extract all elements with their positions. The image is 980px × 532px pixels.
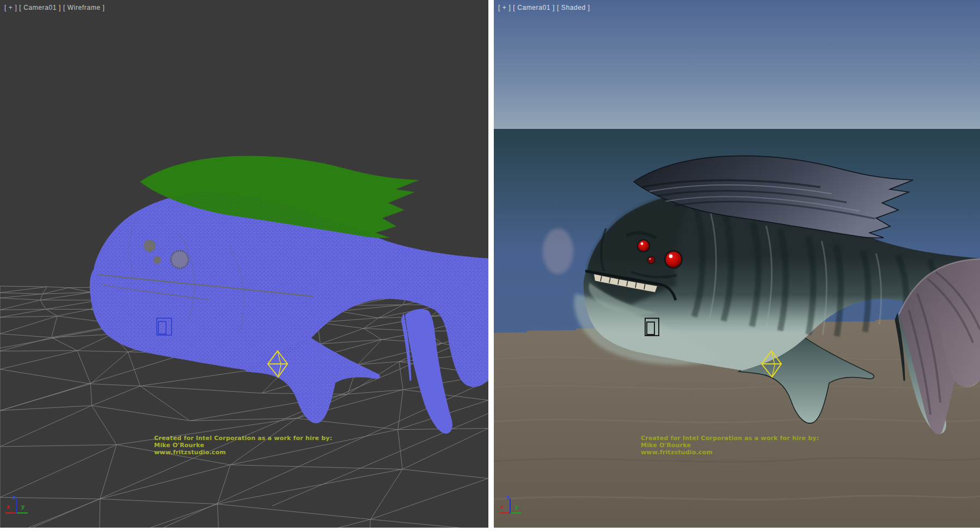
window-edge xyxy=(0,528,980,532)
general-viewport-menu[interactable]: [ + ] xyxy=(498,4,511,11)
viewport-wireframe[interactable]: [ + ][ Camera01 ][ Wireframe ] Created f… xyxy=(0,0,488,528)
axis-y-label: y xyxy=(515,504,518,510)
attribution-line-1: Created for Intel Corporation as a work … xyxy=(641,435,819,442)
viewport-shaded[interactable]: [ + ][ Camera01 ][ Shaded ] Created for … xyxy=(494,0,980,528)
axis-tripod: x y z xyxy=(499,497,531,516)
axis-z-label: z xyxy=(13,494,16,500)
point-of-view-menu[interactable]: [ Camera01 ] xyxy=(513,4,555,11)
attribution-line-2: Mike O'Rourke xyxy=(641,442,819,449)
viewport-splitter[interactable] xyxy=(488,0,494,528)
axis-x-arm xyxy=(5,512,16,514)
shading-menu[interactable]: [ Shaded ] xyxy=(557,4,590,11)
sky xyxy=(494,0,980,129)
brow-patch xyxy=(543,228,573,274)
viewport-label-right: [ + ][ Camera01 ][ Shaded ] xyxy=(498,4,592,11)
axis-y-arm xyxy=(510,512,522,514)
attribution-line-2: Mike O'Rourke xyxy=(154,442,332,449)
shading-menu[interactable]: [ Wireframe ] xyxy=(63,4,105,11)
viewport-label-left: [ + ][ Camera01 ][ Wireframe ] xyxy=(4,4,107,11)
axis-x-label: x xyxy=(500,504,504,510)
max-split-viewports: [ + ][ Camera01 ][ Wireframe ] Created f… xyxy=(0,0,980,532)
general-viewport-menu[interactable]: [ + ] xyxy=(4,4,17,11)
attribution-text: Created for Intel Corporation as a work … xyxy=(641,435,819,456)
attribution-line-3: www.fritzstudio.com xyxy=(641,449,819,456)
axis-z-label: z xyxy=(506,494,510,500)
point-of-view-menu[interactable]: [ Camera01 ] xyxy=(19,4,61,11)
axis-x-label: x xyxy=(7,504,10,510)
axis-y-arm xyxy=(16,512,28,514)
axis-z-arm xyxy=(510,498,511,514)
attribution-line-1: Created for Intel Corporation as a work … xyxy=(154,435,332,442)
axis-y-label: y xyxy=(21,504,24,510)
attribution-line-3: www.fritzstudio.com xyxy=(154,449,332,456)
axis-z-arm xyxy=(16,498,17,514)
axis-x-arm xyxy=(499,512,510,514)
axis-tripod: x y z xyxy=(5,497,38,516)
attribution-text: Created for Intel Corporation as a work … xyxy=(154,435,332,456)
